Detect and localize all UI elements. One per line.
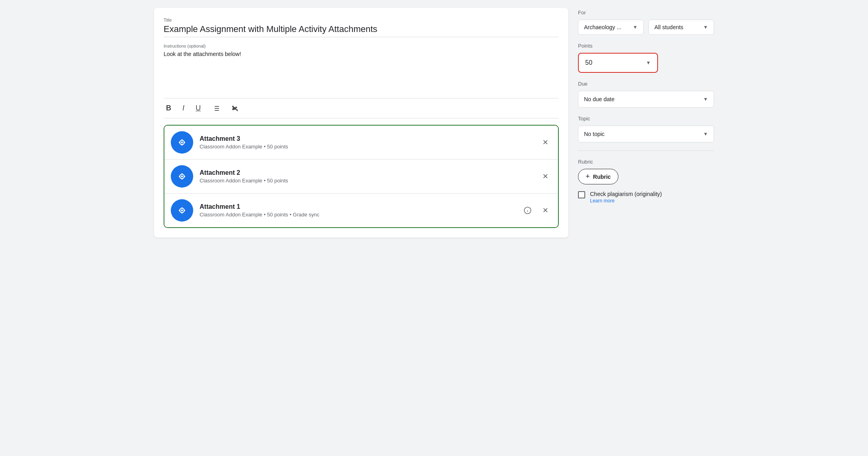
attachment-icon: [171, 165, 193, 188]
title-input[interactable]: [164, 24, 559, 37]
attachment-actions: ✕: [539, 170, 552, 183]
svg-rect-27: [182, 212, 182, 214]
for-label: For: [578, 10, 714, 16]
svg-point-16: [181, 176, 183, 178]
attachment-info: Attachment 1 Classroom Addon Example • 5…: [200, 203, 515, 218]
points-value: 50: [585, 59, 592, 66]
topic-dropdown[interactable]: No topic ▼: [578, 126, 714, 142]
plagiarism-label: Check plagiarism (originality): [590, 191, 662, 197]
formatting-toolbar: B I U: [164, 98, 559, 118]
attachment-actions: ✕: [521, 204, 552, 217]
svg-rect-25: [184, 210, 185, 211]
learn-more-link[interactable]: Learn more: [590, 198, 662, 204]
plagiarism-info: Check plagiarism (originality) Learn mor…: [590, 191, 662, 204]
instructions-text[interactable]: Look at the attachments below!: [164, 51, 559, 57]
attachment-info: Attachment 3 Classroom Addon Example • 5…: [200, 135, 532, 150]
table-row: Attachment 2 Classroom Addon Example • 5…: [164, 160, 558, 194]
assignment-form: Title Instructions (optional) Look at th…: [154, 8, 568, 238]
attachment-title: Attachment 1: [200, 203, 515, 210]
chevron-down-icon: ▼: [703, 24, 708, 30]
list-button[interactable]: [210, 103, 222, 114]
remove-attachment-button[interactable]: ✕: [539, 136, 552, 149]
clear-format-button[interactable]: [229, 103, 242, 114]
svg-rect-26: [182, 207, 182, 209]
attachment-icon: [171, 131, 193, 154]
instructions-section: Instructions (optional) Look at the atta…: [164, 44, 559, 92]
chevron-down-icon: ▼: [633, 24, 638, 30]
attachment-icon: [171, 199, 193, 222]
add-rubric-button[interactable]: + Rubric: [578, 169, 618, 184]
attachment-subtitle: Classroom Addon Example • 50 points: [200, 178, 532, 184]
divider: [578, 150, 714, 151]
title-label: Title: [164, 18, 559, 22]
remove-attachment-button[interactable]: ✕: [539, 170, 552, 183]
attachment-title: Attachment 3: [200, 135, 532, 142]
attachment-subtitle: Classroom Addon Example • 50 points • Gr…: [200, 212, 515, 218]
attachment-actions: ✕: [539, 136, 552, 149]
attachment-info: Attachment 2 Classroom Addon Example • 5…: [200, 169, 532, 184]
remove-attachment-button[interactable]: ✕: [539, 204, 552, 217]
bold-button[interactable]: B: [164, 102, 174, 114]
svg-rect-11: [184, 142, 185, 143]
table-row: Attachment 1 Classroom Addon Example • 5…: [164, 194, 558, 227]
topic-label: Topic: [578, 116, 714, 122]
svg-rect-24: [179, 210, 180, 211]
svg-rect-20: [182, 178, 182, 180]
svg-rect-13: [182, 144, 182, 146]
points-label: Points: [578, 43, 714, 49]
course-dropdown[interactable]: Archaeology ... ▼: [578, 20, 644, 35]
attachment-title: Attachment 2: [200, 169, 532, 176]
due-date-dropdown[interactable]: No due date ▼: [578, 91, 714, 108]
svg-rect-17: [179, 176, 180, 177]
attachment-subtitle: Classroom Addon Example • 50 points: [200, 144, 532, 150]
title-section: Title: [164, 18, 559, 37]
svg-rect-12: [182, 139, 182, 141]
svg-point-9: [181, 142, 183, 144]
chevron-down-icon: ▼: [703, 96, 708, 102]
instructions-label: Instructions (optional): [164, 44, 559, 48]
students-dropdown[interactable]: All students ▼: [648, 20, 714, 35]
italic-button[interactable]: I: [180, 102, 187, 114]
chevron-down-icon: ▼: [703, 131, 708, 137]
underline-button[interactable]: U: [193, 102, 203, 114]
plagiarism-row: Check plagiarism (originality) Learn mor…: [578, 191, 714, 204]
svg-point-23: [181, 210, 183, 212]
for-row: Archaeology ... ▼ All students ▼: [578, 20, 714, 35]
plagiarism-checkbox[interactable]: [578, 191, 585, 198]
svg-rect-10: [179, 142, 180, 143]
points-dropdown[interactable]: 50 ▼: [578, 53, 658, 73]
svg-rect-19: [182, 173, 182, 175]
chevron-down-icon: ▼: [646, 60, 651, 66]
info-button[interactable]: [521, 204, 534, 217]
attachments-container: Attachment 3 Classroom Addon Example • 5…: [164, 125, 559, 228]
svg-rect-18: [184, 176, 185, 177]
assignment-settings: For Archaeology ... ▼ All students ▼ Poi…: [578, 8, 714, 238]
rubric-label: Rubric: [578, 159, 714, 165]
table-row: Attachment 3 Classroom Addon Example • 5…: [164, 126, 558, 160]
plus-icon: +: [586, 172, 590, 181]
due-label: Due: [578, 81, 714, 87]
